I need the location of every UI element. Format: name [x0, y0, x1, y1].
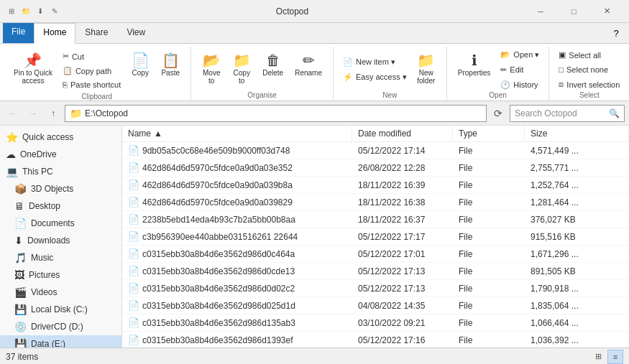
sidebar-item-pictures[interactable]: 🖼 Pictures: [0, 266, 121, 284]
properties-button[interactable]: ℹ Properties: [453, 50, 496, 90]
file-icon: 📄: [128, 179, 139, 190]
file-type-cell: File: [453, 162, 525, 174]
select-label: Select: [555, 90, 623, 101]
file-date-cell: 26/08/2022 12:28: [352, 162, 453, 174]
select-buttons: ▣ Select all □ Select none ⧈ Invert sele…: [555, 47, 623, 90]
invert-selection-icon: ⧈: [559, 80, 564, 89]
forward-button[interactable]: →: [24, 105, 42, 122]
file-name-cell: 📄 2238b5ebd14eda4b93c7b2a5bb00b8aa: [122, 213, 352, 226]
sidebar-item-downloads[interactable]: ⬇ Downloads: [0, 232, 121, 249]
sidebar-item-data-e[interactable]: 💾 Data (E:): [0, 335, 121, 347]
quick-access-icon[interactable]: 📁: [20, 6, 32, 17]
tab-view[interactable]: View: [117, 23, 155, 43]
view-buttons: ⊞ ≡: [590, 350, 623, 364]
file-size-cell: 1,036,392 ...: [525, 334, 629, 347]
easy-access-button[interactable]: ⚡ Easy access ▾: [339, 70, 410, 84]
file-type-cell: File: [453, 317, 525, 330]
table-row[interactable]: 📄 c0315ebb30a8b4d6e3562d986d1393ef 05/12…: [122, 332, 629, 347]
table-row[interactable]: 📄 9db05a5c0c68e46e509b9000ff03d748 05/12…: [122, 142, 629, 159]
up-button[interactable]: ↑: [45, 105, 62, 122]
copy-button[interactable]: 📄 Copy: [126, 50, 155, 90]
item-count: 37 items: [6, 352, 38, 362]
new-folder-button[interactable]: 📁 New folder: [412, 50, 441, 90]
sidebar-item-videos[interactable]: 🎬 Videos: [0, 284, 121, 301]
table-row[interactable]: 📄 462d864d6d5970c5fdce0a9d0a039829 18/11…: [122, 194, 629, 211]
sidebar-item-3d-objects[interactable]: 📦 3D Objects: [0, 180, 121, 197]
file-name-cell: 📄 462d864d6d5970c5fdce0a9d0a039b8a: [122, 178, 352, 192]
title-bar: ⊞ 📁 ⬇ ✎ Octopod ─ □ ✕: [0, 0, 629, 23]
tab-file[interactable]: File: [3, 23, 34, 43]
column-header-type[interactable]: Type: [453, 126, 525, 141]
refresh-button[interactable]: ⟳: [490, 105, 507, 122]
copy-path-button[interactable]: 📋 Copy path: [59, 64, 124, 78]
file-type-cell: File: [453, 282, 525, 295]
tab-home[interactable]: Home: [34, 23, 75, 44]
onedrive-icon: ☁: [6, 149, 16, 160]
table-row[interactable]: 📄 2238b5ebd14eda4b93c7b2a5bb00b8aa 18/11…: [122, 211, 629, 228]
column-header-size[interactable]: Size: [525, 126, 629, 141]
sidebar-item-desktop[interactable]: 🖥 Desktop: [0, 197, 121, 215]
sidebar-item-music[interactable]: 🎵 Music: [0, 249, 121, 266]
properties-icon[interactable]: ✎: [49, 6, 60, 17]
delete-button[interactable]: 🗑 Delete: [257, 50, 288, 90]
details-view-button[interactable]: ≡: [607, 350, 623, 364]
sidebar-item-documents[interactable]: 📄 Documents: [0, 215, 121, 232]
file-list[interactable]: Name ▲ Date modified Type Size 📄 9db05a5…: [122, 126, 629, 347]
rename-button[interactable]: ✏ Rename: [290, 50, 327, 90]
file-name-cell: 📄 c3b956390ee440abbe031516261 22644: [122, 230, 352, 243]
minimize-button[interactable]: ─: [524, 0, 557, 23]
sidebar-item-local-disk-c[interactable]: 💾 Local Disk (C:): [0, 301, 121, 318]
window-controls: ─ □ ✕: [524, 0, 623, 23]
maximize-button[interactable]: □: [557, 0, 590, 23]
back-button[interactable]: ←: [4, 105, 22, 122]
main-area: ⭐ Quick access ☁ OneDrive 💻 This PC 📦 3D…: [0, 126, 629, 347]
sidebar-item-quick-access[interactable]: ⭐ Quick access: [0, 129, 121, 146]
sidebar-item-onedrive[interactable]: ☁ OneDrive: [0, 146, 121, 163]
scissors-icon: ✂: [63, 52, 69, 61]
table-row[interactable]: 📄 c0315ebb30a8b4d6e3562d986d0c464a 05/12…: [122, 246, 629, 263]
file-size-cell: 376,027 KB: [525, 213, 629, 226]
paste-shortcut-button[interactable]: ⎘ Paste shortcut: [59, 78, 124, 91]
table-row[interactable]: 📄 462d864d6d5970c5fdce0a9d0a03e352 26/08…: [122, 159, 629, 177]
new-folder-icon: 📁: [417, 53, 435, 67]
table-row[interactable]: 📄 c0315ebb30a8b4d6e3562d986d0d02c2 05/12…: [122, 280, 629, 297]
paste-button[interactable]: 📋 Paste: [156, 50, 185, 90]
help-button[interactable]: ?: [606, 23, 626, 43]
pin-quick-access-button[interactable]: 📌 Pin to Quick access: [9, 50, 58, 90]
table-row[interactable]: 📄 462d864d6d5970c5fdce0a9d0a039b8a 18/11…: [122, 177, 629, 194]
move-to-button[interactable]: 📂 Move to: [197, 50, 226, 90]
address-bar[interactable]: 📁 E:\Octopod: [65, 105, 487, 122]
copy-to-button[interactable]: 📁 Copy to: [227, 50, 256, 90]
search-bar[interactable]: Search Octopod 🔍: [510, 105, 625, 122]
column-header-date[interactable]: Date modified: [352, 126, 453, 141]
new-item-button[interactable]: 📄 New item ▾: [339, 55, 410, 69]
file-type-cell: File: [453, 265, 525, 278]
address-path: E:\Octopod: [85, 108, 482, 118]
data-e-icon: 💾: [14, 338, 27, 347]
table-row[interactable]: 📄 c0315ebb30a8b4d6e3562d986d025d1d 04/08…: [122, 297, 629, 314]
file-name-cell: 📄 c0315ebb30a8b4d6e3562d986d0cde13: [122, 264, 352, 278]
clipboard-buttons: 📌 Pin to Quick access ✂ Cut 📋 Copy path …: [9, 47, 185, 91]
tab-share[interactable]: Share: [75, 23, 117, 43]
table-row[interactable]: 📄 c3b956390ee440abbe031516261 22644 05/1…: [122, 228, 629, 246]
cut-button[interactable]: ✂ Cut: [59, 50, 124, 63]
sidebar-item-this-pc[interactable]: 💻 This PC: [0, 163, 121, 180]
file-type-cell: File: [453, 213, 525, 226]
recent-icon[interactable]: ⬇: [35, 6, 46, 17]
large-icons-view-button[interactable]: ⊞: [590, 350, 606, 364]
window-icon: ⊞: [6, 6, 17, 17]
search-icon: 🔍: [609, 108, 620, 118]
file-icon: 📄: [128, 300, 139, 311]
table-row[interactable]: 📄 c0315ebb30a8b4d6e3562d986d0cde13 05/12…: [122, 263, 629, 280]
edit-button[interactable]: ✏ Edit: [497, 63, 543, 77]
paste-icon: 📋: [162, 53, 180, 67]
open-button[interactable]: 📂 Open ▾: [497, 48, 543, 62]
folder-icon: 📁: [70, 108, 82, 119]
column-header-name[interactable]: Name ▲: [122, 126, 352, 141]
select-none-button[interactable]: □ Select none: [555, 63, 623, 76]
file-icon: 📄: [128, 283, 139, 294]
sidebar-item-driver-cd-d[interactable]: 💿 DriverCD (D:): [0, 318, 121, 335]
table-row[interactable]: 📄 c0315ebb30a8b4d6e3562d986d135ab3 03/10…: [122, 314, 629, 332]
close-button[interactable]: ✕: [590, 0, 623, 23]
select-all-button[interactable]: ▣ Select all: [555, 48, 623, 62]
